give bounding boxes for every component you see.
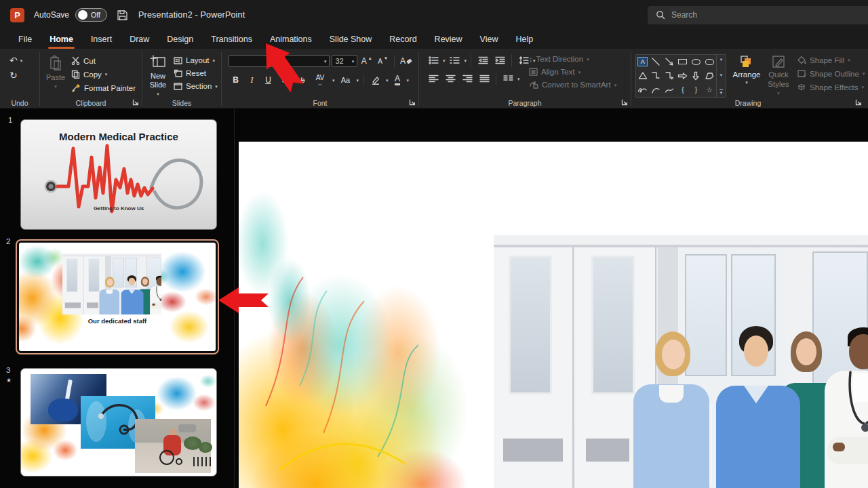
italic-letter: I: [251, 75, 254, 85]
shape-line[interactable]: [650, 56, 662, 68]
tab-slide-show[interactable]: Slide Show: [321, 30, 381, 49]
shape-elbow-connector[interactable]: [650, 70, 662, 82]
tab-animations[interactable]: Animations: [261, 30, 321, 49]
format-painter-button[interactable]: Format Painter: [71, 83, 136, 92]
shapes-gallery[interactable]: A { } ☆: [635, 54, 717, 98]
shape-scribble[interactable]: [637, 84, 649, 96]
shape-rectangle[interactable]: [677, 56, 689, 68]
shapes-gallery-scrollbar[interactable]: ▲ ▼ ▼: [717, 54, 726, 98]
group-label-font: Font: [222, 99, 418, 107]
font-dialog-launcher[interactable]: [409, 99, 416, 106]
strikethrough-button[interactable]: ab: [294, 73, 308, 87]
shape-arc[interactable]: [650, 84, 662, 96]
text-direction-button[interactable]: ↕ Text Direction ▾: [529, 55, 616, 63]
tab-transitions[interactable]: Transitions: [202, 30, 261, 49]
text-shadow-button[interactable]: S: [277, 73, 292, 87]
font-color-button[interactable]: A: [391, 73, 405, 87]
shape-down-arrow[interactable]: [690, 70, 702, 82]
gallery-more-icon[interactable]: ▼: [719, 89, 724, 95]
line-spacing-icon: [519, 56, 529, 64]
undo-button[interactable]: ↶▾: [9, 56, 22, 65]
numbering-button[interactable]: [448, 54, 462, 66]
slide-canvas[interactable]: [239, 142, 868, 488]
quick-styles-button[interactable]: Quick Styles ▾: [763, 54, 794, 96]
drawing-dialog-launcher[interactable]: [855, 99, 862, 106]
shape-right-brace[interactable]: }: [690, 84, 702, 96]
shape-elbow-arrow-connector[interactable]: [663, 70, 675, 82]
increase-indent-button[interactable]: [492, 54, 507, 66]
slide-thumbnail-1[interactable]: Modern Medical Practice Getting to Know …: [20, 119, 217, 230]
tab-file[interactable]: File: [9, 30, 41, 49]
redo-icon: ↻: [9, 70, 18, 80]
align-right-button[interactable]: [460, 73, 475, 85]
copy-button[interactable]: Copy ▾: [71, 70, 136, 79]
shadow-letter: S: [281, 75, 287, 85]
shape-left-brace[interactable]: {: [677, 84, 689, 96]
paragraph-dialog-launcher[interactable]: [621, 99, 628, 106]
tab-draw[interactable]: Draw: [121, 30, 158, 49]
ppt-logo-letter: P: [14, 10, 20, 20]
character-spacing-button[interactable]: AV↔: [310, 73, 330, 87]
shape-effects-button[interactable]: Shape Effects ▾: [797, 83, 865, 92]
clear-formatting-button[interactable]: A: [399, 54, 413, 68]
powerpoint-app-icon[interactable]: P: [10, 8, 24, 22]
shape-textbox[interactable]: A: [637, 57, 648, 66]
increase-font-size-button[interactable]: A▲: [359, 54, 374, 68]
clipboard-dialog-launcher[interactable]: [132, 99, 139, 106]
layout-button[interactable]: Layout ▾: [174, 56, 218, 64]
arrange-button[interactable]: Arrange ▾: [732, 54, 762, 85]
columns-button[interactable]: [500, 73, 515, 85]
shape-curve[interactable]: [663, 84, 675, 96]
decrease-font-size-button[interactable]: A▼: [376, 54, 390, 68]
cut-button[interactable]: Cut: [71, 56, 136, 65]
stethoscope-icon: [841, 369, 868, 445]
bullets-button[interactable]: [426, 54, 441, 66]
save-icon[interactable]: [117, 9, 128, 21]
chevron-down-icon: ▾: [357, 78, 359, 83]
section-button[interactable]: Section ▾: [174, 82, 218, 90]
shape-fill-button[interactable]: Shape Fill ▾: [797, 56, 865, 64]
shape-freeform[interactable]: [703, 70, 715, 82]
tab-help[interactable]: Help: [507, 30, 542, 49]
shape-star[interactable]: ☆: [703, 84, 715, 96]
change-case-button[interactable]: Aa: [337, 73, 355, 87]
shape-triangle[interactable]: [637, 70, 649, 82]
tab-home[interactable]: Home: [41, 30, 82, 49]
align-left-button[interactable]: [426, 73, 441, 85]
shape-arrow[interactable]: [663, 56, 675, 68]
copy-icon: [71, 70, 80, 79]
ribbon-tab-row: File Home Insert Draw Design Transitions…: [0, 30, 868, 49]
italic-button[interactable]: I: [245, 73, 259, 87]
section-label: Section: [186, 82, 212, 90]
tab-design[interactable]: Design: [158, 30, 202, 49]
tab-review[interactable]: Review: [426, 30, 471, 49]
tab-record[interactable]: Record: [380, 30, 425, 49]
chevron-down-icon: ▾: [213, 58, 216, 63]
autosave-toggle[interactable]: Off: [75, 8, 107, 22]
align-text-button[interactable]: Align Text ▾: [529, 68, 616, 76]
eraser-icon: [406, 58, 412, 64]
format-painter-icon: [71, 83, 81, 92]
shape-rounded-rectangle[interactable]: [703, 56, 715, 68]
font-size-combobox[interactable]: 32 ▾: [332, 55, 357, 67]
align-center-button[interactable]: [443, 73, 458, 85]
bold-button[interactable]: B: [229, 73, 243, 87]
convert-to-smartart-button[interactable]: Convert to SmartArt ▾: [529, 81, 616, 89]
slide-thumbnail-2-selected[interactable]: Our dedicated staff: [16, 239, 219, 354]
shape-right-arrow[interactable]: [677, 70, 689, 82]
text-highlight-color-button[interactable]: [368, 73, 384, 87]
justify-button[interactable]: [477, 73, 492, 85]
decrease-indent-button[interactable]: [475, 54, 490, 66]
shape-oval[interactable]: [690, 56, 702, 68]
font-name-combobox[interactable]: ▾: [229, 55, 330, 67]
gallery-scroll-up-icon[interactable]: ▲: [719, 57, 724, 61]
tab-view[interactable]: View: [471, 30, 507, 49]
redo-button[interactable]: ↻: [9, 70, 18, 80]
reset-button[interactable]: Reset: [174, 69, 218, 77]
gallery-scroll-down-icon[interactable]: ▼: [719, 73, 724, 77]
shape-outline-button[interactable]: Shape Outline ▾: [797, 69, 865, 78]
tab-insert[interactable]: Insert: [82, 30, 121, 49]
slide-thumbnail-3[interactable]: [20, 368, 217, 476]
underline-button[interactable]: U: [261, 73, 275, 87]
search-box[interactable]: Search: [648, 6, 868, 24]
